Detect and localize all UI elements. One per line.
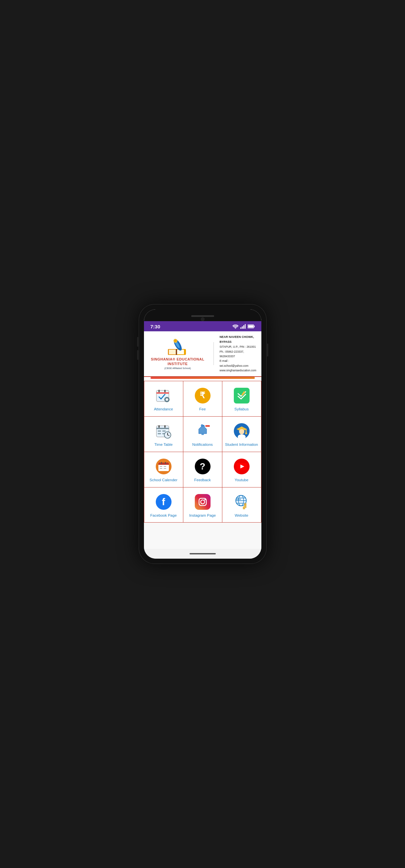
svg-rect-2	[243, 326, 244, 329]
menu-item-youtube[interactable]: Youtube	[222, 452, 261, 488]
school-contact-info: NEAR NAVEEN CHOWK, BYPASS SITAPUR, U.P.,…	[220, 335, 257, 373]
svg-rect-57	[165, 462, 166, 464]
front-camera	[201, 317, 205, 321]
menu-item-feedback[interactable]: ? Feedback	[183, 452, 222, 488]
syllabus-icon	[233, 387, 250, 404]
svg-point-45	[245, 432, 247, 434]
svg-rect-6	[248, 326, 253, 328]
phone-frame: 7:30	[139, 304, 267, 564]
volume-down-button[interactable]	[137, 350, 138, 360]
menu-item-timetable[interactable]: Time Table	[144, 416, 183, 452]
menu-item-instagram-page[interactable]: Instagram Page	[183, 488, 222, 523]
menu-item-facebook-page[interactable]: f Facebook Page	[144, 488, 183, 523]
svg-rect-56	[161, 462, 162, 464]
fee-label: Fee	[199, 407, 206, 412]
menu-item-website[interactable]: WWW Website	[222, 488, 261, 523]
svg-rect-1	[242, 327, 243, 329]
menu-item-school-calender[interactable]: School Calender	[144, 452, 183, 488]
school-calender-icon	[155, 458, 172, 475]
menu-item-student-information[interactable]: Student Information	[222, 416, 261, 452]
svg-rect-18	[158, 390, 160, 392]
svg-rect-19	[164, 390, 166, 392]
instagram-label: Instagram Page	[189, 513, 216, 518]
empty-area	[144, 523, 261, 549]
notifications-label: Notifications	[192, 442, 213, 447]
youtube-icon	[233, 458, 250, 475]
menu-item-fee[interactable]: ₹ Fee	[183, 381, 222, 416]
signal-icon	[240, 324, 246, 329]
syllabus-label: Syllabus	[235, 407, 249, 412]
svg-point-61	[201, 500, 205, 504]
school-header: SINGHANIA® EDUCATIONAL INSTITUTE (CBSE A…	[144, 331, 261, 377]
svg-rect-23	[166, 401, 167, 402]
school-logo-icon	[166, 338, 189, 357]
header-divider	[214, 342, 214, 365]
youtube-label: Youtube	[235, 477, 249, 483]
website-label: Website	[235, 513, 248, 518]
facebook-icon: f	[155, 493, 172, 510]
facebook-label: Facebook Page	[150, 513, 177, 518]
svg-rect-31	[158, 430, 161, 432]
svg-rect-17	[156, 392, 169, 394]
school-calender-label: School Calender	[150, 477, 178, 483]
menu-grid: Attendance ₹ Fee	[144, 381, 261, 523]
speaker-bar	[191, 315, 214, 317]
timetable-icon	[155, 423, 172, 440]
svg-rect-54	[160, 468, 162, 469]
menu-item-attendance[interactable]: Attendance	[144, 381, 183, 416]
affiliation-text: (CBSE Affiliated School)	[164, 367, 191, 370]
home-indicator	[190, 553, 216, 554]
svg-point-46	[238, 434, 246, 440]
timetable-label: Time Table	[154, 442, 173, 447]
menu-item-syllabus[interactable]: Syllabus	[222, 381, 261, 416]
status-icons	[232, 324, 255, 329]
menu-item-notifications[interactable]: Notifications	[183, 416, 222, 452]
instagram-icon	[194, 493, 211, 510]
website-icon: WWW	[233, 493, 250, 510]
svg-rect-55	[164, 468, 166, 469]
notifications-icon	[194, 423, 211, 440]
svg-point-47	[239, 429, 244, 434]
fee-icon: ₹	[194, 387, 211, 404]
svg-rect-29	[158, 425, 160, 428]
power-button[interactable]	[267, 343, 268, 356]
student-information-icon	[233, 423, 250, 440]
svg-rect-11	[176, 349, 177, 355]
svg-rect-9	[169, 350, 176, 354]
status-bar: 7:30	[144, 321, 261, 331]
wifi-icon	[232, 324, 239, 329]
svg-rect-3	[245, 324, 246, 329]
svg-rect-32	[162, 430, 166, 432]
battery-icon	[248, 324, 255, 329]
svg-rect-52	[160, 466, 162, 467]
time-display: 7:30	[151, 324, 160, 329]
student-information-label: Student Information	[225, 442, 258, 447]
svg-rect-30	[164, 425, 166, 428]
attendance-label: Attendance	[154, 407, 173, 412]
attendance-icon	[155, 387, 172, 404]
svg-rect-28	[156, 428, 169, 429]
feedback-label: Feedback	[194, 477, 211, 483]
svg-rect-24	[164, 399, 166, 400]
svg-point-40	[201, 425, 203, 427]
svg-rect-5	[254, 326, 254, 328]
svg-rect-33	[158, 433, 161, 434]
svg-text:WWW: WWW	[236, 498, 241, 500]
svg-rect-53	[164, 466, 166, 467]
home-bar	[144, 549, 261, 559]
svg-rect-0	[240, 328, 241, 329]
school-name-text: SINGHANIA® EDUCATIONAL INSTITUTE	[148, 357, 208, 366]
svg-rect-51	[158, 464, 169, 465]
svg-point-21	[166, 398, 168, 401]
svg-rect-22	[166, 397, 167, 398]
feedback-icon: ?	[194, 458, 211, 475]
svg-rect-41	[205, 425, 210, 427]
svg-point-62	[204, 499, 206, 500]
svg-rect-25	[168, 399, 169, 400]
volume-up-button[interactable]	[137, 337, 138, 347]
svg-rect-39	[201, 434, 204, 435]
